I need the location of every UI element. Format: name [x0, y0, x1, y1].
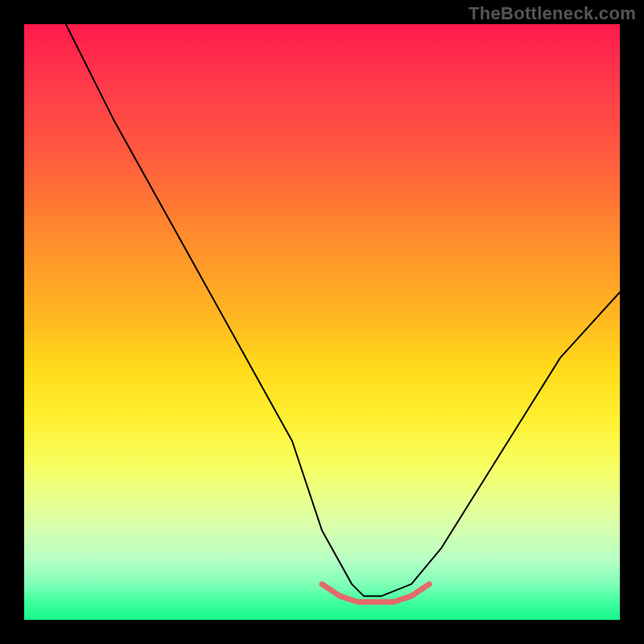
plot-area	[24, 24, 620, 620]
series-layer	[66, 24, 620, 602]
bottleneck-valley-pink	[322, 584, 429, 602]
bottleneck-curve-black	[66, 24, 620, 596]
frame-border-left	[0, 0, 24, 644]
chart-frame: TheBottleneck.com	[0, 0, 644, 644]
frame-border-right	[620, 0, 644, 644]
bottleneck-curve-svg	[24, 24, 620, 620]
watermark-text: TheBottleneck.com	[469, 3, 636, 24]
frame-border-bottom	[0, 620, 644, 644]
